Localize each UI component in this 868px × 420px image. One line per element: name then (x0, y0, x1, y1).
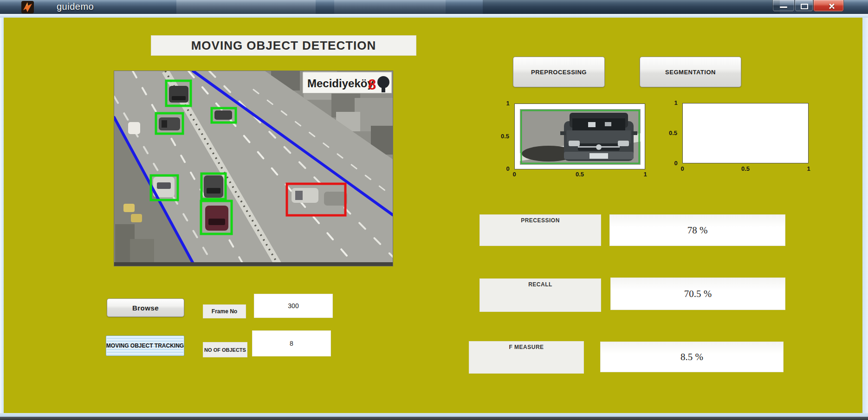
frame-bottom-shade (114, 262, 393, 266)
maximize-icon (801, 4, 808, 9)
recall-label: RECALL (479, 278, 601, 312)
preprocessing-axes: 1 0.5 0 0 0.5 1 (497, 97, 654, 179)
tracking-button[interactable]: MOVING OBJECT TRACKING (106, 336, 184, 356)
preprocessing-plot (514, 103, 645, 169)
window-title: guidemo (57, 1, 94, 12)
objects-count-input[interactable] (252, 330, 331, 356)
matlab-icon (21, 1, 34, 13)
axis-tick-label: 0 (678, 165, 687, 172)
maximize-button[interactable] (795, 0, 813, 12)
segmentation-axes: 1 0.5 0 0 0.5 1 (665, 97, 823, 174)
axis-tick-label: 1 (641, 171, 650, 178)
window-frame-top (0, 14, 868, 18)
sign-emblem-icon (377, 76, 389, 88)
titlebar-glass-highlight (176, 0, 316, 14)
vehicle (159, 117, 180, 130)
roadside-clutter (130, 239, 154, 264)
sign-text: Mecidiyeköy (307, 77, 374, 90)
vehicle (128, 122, 140, 134)
car-front (560, 113, 637, 161)
frame-no-input[interactable] (254, 294, 333, 318)
sign-emblem-icon (382, 87, 385, 92)
axis-tick-label: 0.5 (572, 171, 587, 178)
window-titlebar: guidemo (0, 0, 868, 14)
frame-no-label: Frame No (203, 304, 246, 318)
precision-label: PRECESSION (479, 214, 601, 246)
mecidiyekoy-sign: Mecidiyeköy 8 (303, 72, 392, 93)
vehicle (324, 192, 347, 206)
segmentation-plot (682, 103, 809, 163)
browse-button[interactable]: Browse (107, 298, 184, 317)
window-frame-bottom-edge (0, 417, 868, 420)
traffic-frame-image: Mecidiyeköy 8 (114, 71, 393, 266)
sign-number: 8 (368, 77, 376, 93)
fmeasure-value: 8.5 % (600, 342, 784, 372)
vehicle (291, 188, 318, 203)
objects-count-label: NO OF OBJECTS (203, 342, 247, 357)
axis-tick-label: 1 (804, 165, 813, 172)
close-button[interactable] (813, 0, 844, 12)
segmentation-button[interactable]: SEGMENTATION (640, 57, 741, 87)
precision-value: 78 % (609, 214, 785, 246)
minimize-button[interactable] (772, 0, 795, 12)
axis-tick-label: 0 (510, 171, 519, 178)
axis-tick-label: 0.5 (498, 133, 512, 140)
vehicle (169, 86, 188, 103)
axis-tick-label: 1 (671, 99, 680, 106)
window-frame-right (862, 18, 868, 413)
close-icon (829, 6, 835, 6)
vehicle (131, 214, 142, 222)
titlebar-glass-highlight (334, 0, 446, 14)
window-frame-bottom (0, 413, 868, 417)
vehicle (214, 110, 232, 120)
preprocessed-car-image (520, 109, 641, 165)
vehicle (205, 206, 228, 231)
titlebar-glass-shade (483, 0, 780, 14)
axis-tick-label: 0.5 (666, 129, 680, 136)
preprocessing-button[interactable]: PREPROCESSING (513, 57, 605, 87)
window-frame-left (0, 18, 4, 413)
axis-tick-label: 0.5 (738, 165, 753, 172)
minimize-icon (780, 6, 787, 8)
axis-tick-label: 1 (503, 100, 512, 107)
vehicle (204, 175, 223, 198)
recall-value: 70.5 % (610, 278, 785, 310)
fmeasure-label: F MEASURE (469, 341, 584, 374)
page-title: MOVING OBJECT DETECTION (151, 35, 416, 56)
vehicle (123, 204, 135, 212)
